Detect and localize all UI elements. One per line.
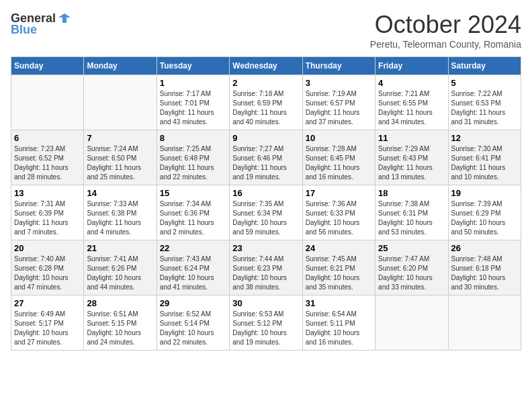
calendar-cell: 24Sunrise: 7:45 AM Sunset: 6:21 PM Dayli… bbox=[302, 240, 375, 295]
day-detail: Sunrise: 6:54 AM Sunset: 5:11 PM Dayligh… bbox=[306, 310, 372, 347]
day-detail: Sunrise: 7:23 AM Sunset: 6:52 PM Dayligh… bbox=[14, 144, 81, 182]
day-detail: Sunrise: 7:34 AM Sunset: 6:36 PM Dayligh… bbox=[160, 199, 226, 237]
day-number: 10 bbox=[306, 133, 372, 143]
day-detail: Sunrise: 7:25 AM Sunset: 6:48 PM Dayligh… bbox=[160, 144, 226, 182]
day-detail: Sunrise: 7:36 AM Sunset: 6:33 PM Dayligh… bbox=[306, 199, 372, 237]
calendar-week-row: 6Sunrise: 7:23 AM Sunset: 6:52 PM Daylig… bbox=[11, 130, 521, 185]
day-detail: Sunrise: 7:45 AM Sunset: 6:21 PM Dayligh… bbox=[306, 255, 372, 292]
day-number: 17 bbox=[306, 188, 372, 198]
day-detail: Sunrise: 7:43 AM Sunset: 6:24 PM Dayligh… bbox=[160, 255, 226, 292]
weekday-header-sunday: Sunday bbox=[11, 57, 84, 75]
day-number: 16 bbox=[232, 188, 299, 198]
day-detail: Sunrise: 7:33 AM Sunset: 6:38 PM Dayligh… bbox=[87, 199, 153, 237]
calendar-cell: 26Sunrise: 7:48 AM Sunset: 6:18 PM Dayli… bbox=[448, 240, 521, 295]
day-number: 31 bbox=[306, 298, 372, 308]
calendar-cell: 12Sunrise: 7:30 AM Sunset: 6:41 PM Dayli… bbox=[448, 130, 521, 185]
calendar-cell: 8Sunrise: 7:25 AM Sunset: 6:48 PM Daylig… bbox=[157, 130, 229, 185]
day-detail: Sunrise: 6:51 AM Sunset: 5:15 PM Dayligh… bbox=[87, 310, 153, 347]
title-section: October 2024 Peretu, Teleorman County, R… bbox=[370, 11, 521, 50]
calendar-cell bbox=[11, 75, 84, 130]
day-detail: Sunrise: 7:27 AM Sunset: 6:46 PM Dayligh… bbox=[232, 144, 299, 182]
day-number: 4 bbox=[378, 78, 445, 88]
calendar-week-row: 27Sunrise: 6:49 AM Sunset: 5:17 PM Dayli… bbox=[11, 295, 521, 351]
calendar-cell: 9Sunrise: 7:27 AM Sunset: 6:46 PM Daylig… bbox=[230, 130, 302, 185]
day-number: 8 bbox=[160, 133, 226, 143]
day-detail: Sunrise: 7:39 AM Sunset: 6:29 PM Dayligh… bbox=[451, 199, 518, 237]
svg-marker-0 bbox=[58, 13, 71, 23]
calendar-cell bbox=[84, 75, 157, 130]
calendar-cell: 29Sunrise: 6:52 AM Sunset: 5:14 PM Dayli… bbox=[157, 295, 229, 351]
weekday-header-thursday: Thursday bbox=[302, 57, 375, 75]
day-detail: Sunrise: 7:31 AM Sunset: 6:39 PM Dayligh… bbox=[14, 199, 81, 237]
day-number: 23 bbox=[232, 243, 299, 253]
weekday-header-friday: Friday bbox=[375, 57, 448, 75]
day-detail: Sunrise: 7:29 AM Sunset: 6:43 PM Dayligh… bbox=[378, 144, 445, 182]
day-number: 24 bbox=[306, 243, 372, 253]
day-detail: Sunrise: 7:21 AM Sunset: 6:55 PM Dayligh… bbox=[378, 89, 445, 127]
calendar-cell: 19Sunrise: 7:39 AM Sunset: 6:29 PM Dayli… bbox=[448, 185, 521, 240]
day-detail: Sunrise: 6:52 AM Sunset: 5:14 PM Dayligh… bbox=[160, 310, 226, 347]
day-number: 26 bbox=[451, 243, 518, 253]
calendar-cell: 15Sunrise: 7:34 AM Sunset: 6:36 PM Dayli… bbox=[157, 185, 229, 240]
location-subtitle: Peretu, Teleorman County, Romania bbox=[370, 39, 521, 50]
calendar-cell: 16Sunrise: 7:35 AM Sunset: 6:34 PM Dayli… bbox=[230, 185, 302, 240]
calendar-cell: 4Sunrise: 7:21 AM Sunset: 6:55 PM Daylig… bbox=[375, 75, 448, 130]
day-number: 12 bbox=[451, 133, 518, 143]
day-number: 5 bbox=[451, 78, 518, 88]
day-number: 7 bbox=[87, 133, 153, 143]
day-detail: Sunrise: 7:30 AM Sunset: 6:41 PM Dayligh… bbox=[451, 144, 518, 182]
day-number: 6 bbox=[14, 133, 81, 143]
day-detail: Sunrise: 7:47 AM Sunset: 6:20 PM Dayligh… bbox=[378, 255, 445, 292]
day-detail: Sunrise: 7:19 AM Sunset: 6:57 PM Dayligh… bbox=[306, 89, 372, 127]
day-detail: Sunrise: 7:48 AM Sunset: 6:18 PM Dayligh… bbox=[451, 255, 518, 292]
day-number: 11 bbox=[378, 133, 445, 143]
calendar-cell: 21Sunrise: 7:41 AM Sunset: 6:26 PM Dayli… bbox=[84, 240, 157, 295]
calendar-cell: 10Sunrise: 7:28 AM Sunset: 6:45 PM Dayli… bbox=[302, 130, 375, 185]
day-detail: Sunrise: 7:18 AM Sunset: 6:59 PM Dayligh… bbox=[232, 89, 299, 127]
day-detail: Sunrise: 7:17 AM Sunset: 7:01 PM Dayligh… bbox=[160, 89, 226, 127]
calendar-table: SundayMondayTuesdayWednesdayThursdayFrid… bbox=[11, 56, 521, 351]
day-number: 28 bbox=[87, 298, 153, 308]
calendar-week-row: 20Sunrise: 7:40 AM Sunset: 6:28 PM Dayli… bbox=[11, 240, 521, 295]
day-detail: Sunrise: 7:38 AM Sunset: 6:31 PM Dayligh… bbox=[378, 199, 445, 237]
day-number: 27 bbox=[14, 298, 81, 308]
calendar-cell: 11Sunrise: 7:29 AM Sunset: 6:43 PM Dayli… bbox=[375, 130, 448, 185]
day-detail: Sunrise: 7:44 AM Sunset: 6:23 PM Dayligh… bbox=[232, 255, 299, 292]
weekday-header-tuesday: Tuesday bbox=[157, 57, 229, 75]
calendar-cell bbox=[448, 295, 521, 351]
weekday-header-wednesday: Wednesday bbox=[230, 57, 302, 75]
calendar-cell: 1Sunrise: 7:17 AM Sunset: 7:01 PM Daylig… bbox=[157, 75, 229, 130]
day-detail: Sunrise: 7:22 AM Sunset: 6:53 PM Dayligh… bbox=[451, 89, 518, 127]
calendar-cell: 20Sunrise: 7:40 AM Sunset: 6:28 PM Dayli… bbox=[11, 240, 84, 295]
calendar-cell: 31Sunrise: 6:54 AM Sunset: 5:11 PM Dayli… bbox=[302, 295, 375, 351]
calendar-cell: 2Sunrise: 7:18 AM Sunset: 6:59 PM Daylig… bbox=[230, 75, 302, 130]
day-number: 3 bbox=[306, 78, 372, 88]
calendar-cell: 28Sunrise: 6:51 AM Sunset: 5:15 PM Dayli… bbox=[84, 295, 157, 351]
calendar-week-row: 13Sunrise: 7:31 AM Sunset: 6:39 PM Dayli… bbox=[11, 185, 521, 240]
calendar-cell: 23Sunrise: 7:44 AM Sunset: 6:23 PM Dayli… bbox=[230, 240, 302, 295]
calendar-cell: 7Sunrise: 7:24 AM Sunset: 6:50 PM Daylig… bbox=[84, 130, 157, 185]
calendar-cell: 6Sunrise: 7:23 AM Sunset: 6:52 PM Daylig… bbox=[11, 130, 84, 185]
day-number: 2 bbox=[232, 78, 299, 88]
calendar-cell: 17Sunrise: 7:36 AM Sunset: 6:33 PM Dayli… bbox=[302, 185, 375, 240]
day-detail: Sunrise: 7:24 AM Sunset: 6:50 PM Dayligh… bbox=[87, 144, 153, 182]
calendar-cell: 3Sunrise: 7:19 AM Sunset: 6:57 PM Daylig… bbox=[302, 75, 375, 130]
day-number: 21 bbox=[87, 243, 153, 253]
day-detail: Sunrise: 6:49 AM Sunset: 5:17 PM Dayligh… bbox=[14, 310, 81, 347]
logo-blue: Blue bbox=[11, 23, 37, 37]
day-number: 30 bbox=[232, 298, 299, 308]
day-number: 1 bbox=[160, 78, 226, 88]
day-number: 29 bbox=[160, 298, 226, 308]
month-title: October 2024 bbox=[370, 11, 521, 39]
day-detail: Sunrise: 7:35 AM Sunset: 6:34 PM Dayligh… bbox=[232, 199, 299, 237]
calendar-cell: 18Sunrise: 7:38 AM Sunset: 6:31 PM Dayli… bbox=[375, 185, 448, 240]
day-number: 20 bbox=[14, 243, 81, 253]
day-number: 15 bbox=[160, 188, 226, 198]
day-number: 22 bbox=[160, 243, 226, 253]
calendar-cell: 25Sunrise: 7:47 AM Sunset: 6:20 PM Dayli… bbox=[375, 240, 448, 295]
weekday-header-saturday: Saturday bbox=[448, 57, 521, 75]
calendar-cell: 5Sunrise: 7:22 AM Sunset: 6:53 PM Daylig… bbox=[448, 75, 521, 130]
logo-bird-icon bbox=[57, 11, 72, 26]
day-number: 13 bbox=[14, 188, 81, 198]
weekday-header-monday: Monday bbox=[84, 57, 157, 75]
